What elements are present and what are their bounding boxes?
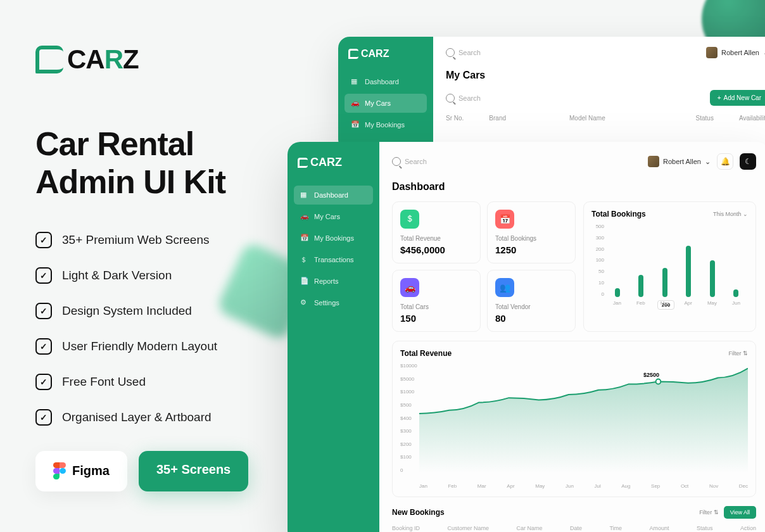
bar-column (662, 268, 667, 297)
feature-item: Light & Dark Version (35, 267, 289, 284)
search-icon (392, 157, 401, 166)
mycars-screen: CARZ ▦Dashboard 🚗My Cars 📅My Bookings Se… (338, 37, 765, 151)
gear-icon: ⚙ (300, 298, 309, 307)
grid-icon: ▦ (300, 191, 309, 200)
search-input[interactable]: Search (446, 48, 481, 57)
chart-filter-dropdown[interactable]: This Month ⌄ (713, 211, 748, 217)
chart-tooltip: $2500 (643, 372, 659, 378)
brand-text: CARZ (67, 44, 139, 75)
sidebar: CARZ ▦Dashboard 🚗My Cars 📅My Bookings (338, 37, 433, 151)
stat-total-bookings: 📅 Total Bookings 1250 (487, 201, 576, 263)
sidebar-item-settings[interactable]: ⚙Settings (294, 293, 373, 312)
dark-mode-toggle[interactable]: ☾ (740, 153, 756, 170)
table-header: Booking ID Customer Name Car Name Date T… (392, 525, 756, 531)
feature-item: Organised Layer & Artboard (35, 409, 289, 426)
view-all-button[interactable]: View All (724, 506, 756, 519)
calendar-icon: 📅 (351, 120, 360, 129)
page-title: My Cars (446, 70, 765, 81)
sidebar-item-dashboard[interactable]: ▦Dashboard (294, 186, 373, 205)
stat-total-revenue: ＄ Total Revenue $456,0000 (392, 201, 481, 263)
feature-list: 35+ Premium Web Screens Light & Dark Ver… (35, 232, 289, 426)
sidebar-item-mybookings[interactable]: 📅My Bookings (294, 229, 373, 248)
line-chart-svg (419, 363, 748, 473)
sidebar-item-dashboard[interactable]: ▦Dashboard (345, 72, 427, 91)
logo-mark-icon (35, 46, 63, 73)
total-revenue-chart: Total Revenue Filter ⇅ $10000$5000$1000$… (392, 341, 756, 497)
table-search-input[interactable]: Search (446, 94, 481, 103)
total-bookings-chart: Total Bookings This Month ⌄ 500300200100… (583, 201, 756, 332)
logo-mark-icon (348, 49, 358, 59)
bar-column (710, 260, 715, 297)
brand-logo-small: CARZ (345, 48, 427, 60)
check-icon (35, 338, 52, 355)
car-icon: 🚗 (300, 212, 309, 221)
moon-icon: ☾ (745, 157, 752, 166)
car-icon: 🚗 (400, 278, 419, 297)
avatar (706, 47, 718, 58)
sidebar: CARZ ▦Dashboard 🚗My Cars 📅My Bookings ＄T… (288, 142, 379, 532)
line-chart-xaxis: JanFebMarAprMayJunJulAugSepOctNovDec (400, 483, 748, 489)
car-icon: 🚗 (351, 99, 360, 108)
add-new-car-button[interactable]: +Add New Car (710, 90, 765, 106)
figma-icon (53, 462, 66, 480)
check-icon (35, 409, 52, 426)
table-header: Sr No. Brand Model Name Status Availabil… (446, 115, 765, 122)
avatar (648, 156, 659, 167)
feature-item: Design System Included (35, 303, 289, 319)
plus-icon: + (718, 94, 721, 101)
page-title: Dashboard (392, 181, 756, 193)
search-input[interactable]: Search (392, 157, 427, 166)
promo-title: Car Rental Admin UI Kit (35, 125, 289, 201)
brand-logo-small: CARZ (294, 156, 373, 169)
sidebar-item-mycars[interactable]: 🚗My Cars (345, 94, 427, 113)
svg-point-0 (656, 379, 661, 384)
sidebar-item-transactions[interactable]: ＄Transactions (294, 250, 373, 269)
sidebar-item-mybookings[interactable]: 📅My Bookings (345, 115, 427, 134)
report-icon: 📄 (300, 277, 309, 286)
check-icon (35, 232, 52, 248)
sidebar-item-mycars[interactable]: 🚗My Cars (294, 207, 373, 226)
calendar-icon: 📅 (495, 210, 514, 229)
bar-column (638, 275, 643, 297)
filter-button[interactable]: Filter ⇅ (699, 509, 719, 516)
search-icon (446, 94, 455, 103)
bar-column (615, 288, 620, 297)
dashboard-screen: CARZ ▦Dashboard 🚗My Cars 📅My Bookings ＄T… (288, 142, 765, 532)
sidebar-item-reports[interactable]: 📄Reports (294, 272, 373, 291)
calendar-icon: 📅 (300, 234, 309, 243)
feature-item: User Friendly Modern Layout (35, 338, 289, 355)
chart-filter-button[interactable]: Filter ⇅ (728, 350, 748, 357)
user-menu[interactable]: Robert Allen⌄ (648, 156, 711, 167)
stat-total-cars: 🚗 Total Cars 150 (392, 270, 481, 332)
user-menu[interactable]: Robert Allen⌄ (706, 47, 765, 58)
check-icon (35, 303, 52, 319)
notifications-button[interactable]: 🔔 (717, 153, 733, 170)
new-bookings-section: New Bookings Filter ⇅ View All Booking I… (392, 506, 756, 531)
bar-chart-yaxis: 50030020010050100 (591, 224, 604, 297)
bar-column (733, 289, 738, 297)
line-chart-yaxis: $10000$5000$1000$500$400$300$200$1000 (400, 363, 418, 473)
chevron-down-icon: ⌄ (705, 158, 711, 166)
check-icon (35, 267, 52, 284)
dollar-icon: ＄ (300, 255, 309, 264)
promo-panel: CARZ Car Rental Admin UI Kit 35+ Premium… (35, 44, 289, 491)
bar-column (686, 246, 691, 297)
bell-icon: 🔔 (721, 157, 730, 166)
dollar-icon: ＄ (400, 210, 419, 229)
feature-item: 35+ Premium Web Screens (35, 232, 289, 248)
figma-button[interactable]: Figma (35, 451, 127, 491)
screens-button[interactable]: 35+ Screens (139, 451, 248, 491)
feature-item: Free Font Used (35, 374, 289, 390)
stat-total-vendor: 👥 Total Vendor 80 (487, 270, 576, 332)
check-icon (35, 374, 52, 390)
search-icon (446, 48, 455, 57)
brand-logo: CARZ (35, 44, 289, 75)
users-icon: 👥 (495, 278, 514, 297)
grid-icon: ▦ (351, 77, 360, 86)
logo-mark-icon (298, 158, 308, 168)
